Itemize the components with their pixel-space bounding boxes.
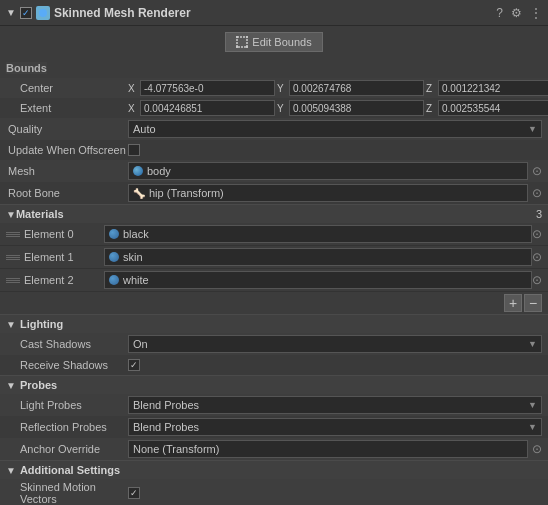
svg-point-4 (236, 46, 238, 48)
remove-material-button[interactable]: − (524, 294, 542, 312)
root-bone-field[interactable]: 🦴 hip (Transform) (128, 184, 528, 202)
root-bone-target-icon[interactable]: ⊙ (532, 186, 542, 200)
drag-handle-1[interactable] (6, 255, 20, 260)
extent-label: Extent (8, 102, 128, 114)
receive-shadows-value (128, 359, 542, 371)
anchor-override-value: None (Transform) ⊙ (128, 440, 542, 458)
element-1-target-icon[interactable]: ⊙ (532, 250, 542, 264)
anchor-override-label: Anchor Override (8, 443, 128, 455)
quality-dropdown[interactable]: Auto ▼ (128, 120, 542, 138)
component-enabled-toggle[interactable]: ✓ (20, 7, 32, 19)
svg-rect-1 (237, 37, 247, 47)
cast-shadows-value: On ▼ (128, 335, 542, 353)
element-0-icon (109, 229, 119, 239)
quality-dropdown-arrow: ▼ (528, 124, 537, 134)
element-2-label: Element 2 (24, 274, 104, 286)
element-1-field[interactable]: skin (104, 248, 532, 266)
bounds-label: Bounds (6, 62, 47, 74)
anchor-override-row: Anchor Override None (Transform) ⊙ (0, 438, 548, 460)
center-y-input[interactable] (289, 80, 424, 96)
light-probes-arrow: ▼ (528, 400, 537, 410)
edit-bounds-icon (236, 36, 248, 48)
probes-section-header[interactable]: ▼ Probes (0, 375, 548, 394)
lighting-label: Lighting (20, 318, 63, 330)
reflection-probes-row: Reflection Probes Blend Probes ▼ (0, 416, 548, 438)
anchor-override-field[interactable]: None (Transform) (128, 440, 528, 458)
cast-shadows-dropdown[interactable]: On ▼ (128, 335, 542, 353)
receive-shadows-row: Receive Shadows (0, 355, 548, 375)
extent-y-input[interactable] (289, 100, 424, 116)
mesh-value: body ⊙ (128, 162, 542, 180)
skinned-motion-value (128, 487, 542, 499)
skinned-mesh-renderer-panel: ▼ ✓ Skinned Mesh Renderer ? ⚙ ⋮ Edit Bou… (0, 0, 548, 505)
element-0-field[interactable]: black (104, 225, 532, 243)
materials-section-header: ▼ Materials 3 (0, 204, 548, 223)
settings-icon[interactable]: ⚙ (511, 6, 522, 20)
more-icon[interactable]: ⋮ (530, 6, 542, 20)
bone-icon: 🦴 (133, 188, 145, 199)
drag-handle-2[interactable] (6, 278, 20, 283)
header-left: ▼ ✓ Skinned Mesh Renderer (6, 6, 496, 20)
update-offscreen-label: Update When Offscreen (8, 144, 128, 156)
edit-bounds-button[interactable]: Edit Bounds (225, 32, 322, 52)
reflection-probes-arrow: ▼ (528, 422, 537, 432)
edit-bounds-bar: Edit Bounds (0, 26, 548, 58)
mesh-field[interactable]: body (128, 162, 528, 180)
skinned-motion-row: Skinned Motion Vectors (0, 479, 548, 505)
mesh-target-icon[interactable]: ⊙ (532, 164, 542, 178)
quality-row: Quality Auto ▼ (0, 118, 548, 140)
materials-count: 3 (536, 208, 542, 220)
skinned-motion-checkbox[interactable] (128, 487, 140, 499)
receive-shadows-label: Receive Shadows (8, 359, 128, 371)
quality-label: Quality (8, 123, 128, 135)
bounds-center-row: Center X Y Z (0, 78, 548, 98)
light-probes-dropdown[interactable]: Blend Probes ▼ (128, 396, 542, 414)
lighting-section-header[interactable]: ▼ Lighting (0, 314, 548, 333)
svg-point-0 (39, 9, 47, 17)
element-2-target-icon[interactable]: ⊙ (532, 273, 542, 287)
materials-collapse-arrow[interactable]: ▼ (6, 209, 16, 220)
element-1-icon (109, 252, 119, 262)
header-right: ? ⚙ ⋮ (496, 6, 542, 20)
light-probes-value: Blend Probes ▼ (128, 396, 542, 414)
element-0-label: Element 0 (24, 228, 104, 240)
component-header: ▼ ✓ Skinned Mesh Renderer ? ⚙ ⋮ (0, 0, 548, 26)
mesh-label: Mesh (8, 165, 128, 177)
material-element-1: Element 1 skin ⊙ (0, 246, 548, 269)
reflection-probes-value: Blend Probes ▼ (128, 418, 542, 436)
element-0-target-icon[interactable]: ⊙ (532, 227, 542, 241)
root-bone-value: 🦴 hip (Transform) ⊙ (128, 184, 542, 202)
edit-bounds-label: Edit Bounds (252, 36, 311, 48)
add-material-button[interactable]: + (504, 294, 522, 312)
additional-settings-section-header[interactable]: ▼ Additional Settings (0, 460, 548, 479)
reflection-probes-label: Reflection Probes (8, 421, 128, 433)
receive-shadows-checkbox[interactable] (128, 359, 140, 371)
root-bone-label: Root Bone (8, 187, 128, 199)
center-z-input[interactable] (438, 80, 548, 96)
svg-point-5 (246, 46, 248, 48)
element-2-icon (109, 275, 119, 285)
update-offscreen-checkbox[interactable] (128, 144, 140, 156)
anchor-override-target-icon[interactable]: ⊙ (532, 442, 542, 456)
mesh-icon (133, 166, 143, 176)
component-title: Skinned Mesh Renderer (54, 6, 191, 20)
reflection-probes-dropdown[interactable]: Blend Probes ▼ (128, 418, 542, 436)
bounds-section-header: Bounds (0, 58, 548, 78)
center-label: Center (8, 82, 128, 94)
extent-z-input[interactable] (438, 100, 548, 116)
collapse-arrow[interactable]: ▼ (6, 7, 16, 18)
cast-shadows-arrow: ▼ (528, 339, 537, 349)
quality-value: Auto ▼ (128, 120, 542, 138)
drag-handle-0[interactable] (6, 232, 20, 237)
extent-coords: X Y Z (128, 100, 548, 116)
light-probes-label: Light Probes (8, 399, 128, 411)
additional-settings-collapse-arrow: ▼ (6, 465, 16, 476)
center-x-input[interactable] (140, 80, 275, 96)
element-2-field[interactable]: white (104, 271, 532, 289)
help-icon[interactable]: ? (496, 6, 503, 20)
extent-x-input[interactable] (140, 100, 275, 116)
skinned-motion-label: Skinned Motion Vectors (8, 481, 128, 505)
material-element-2: Element 2 white ⊙ (0, 269, 548, 292)
materials-label: Materials (16, 208, 64, 220)
cast-shadows-row: Cast Shadows On ▼ (0, 333, 548, 355)
